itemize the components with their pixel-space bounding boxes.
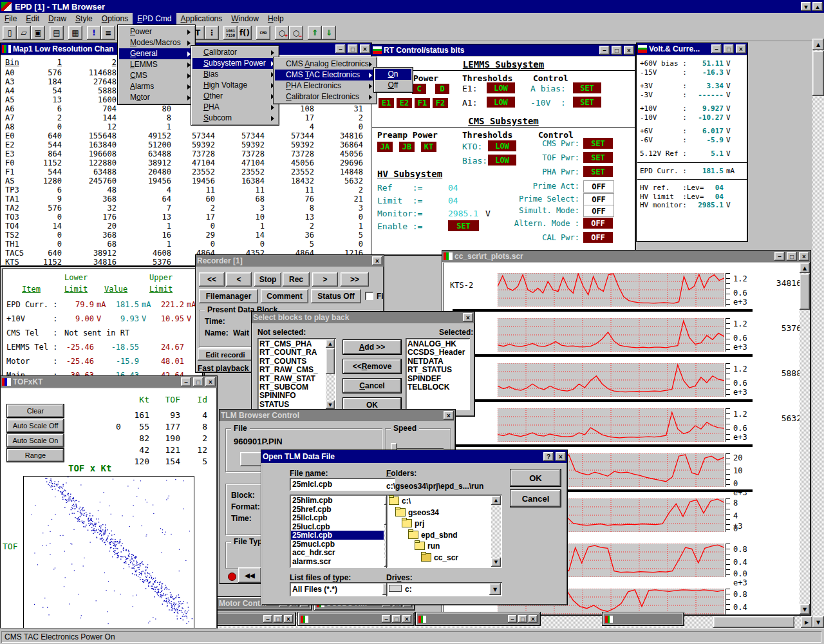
hv-enable-badge[interactable]: SET [448,220,479,231]
comment-button[interactable]: Comment [261,289,308,303]
menu-options[interactable]: Options [97,13,133,24]
ok-button[interactable]: OK [510,469,561,487]
menu-item-on[interactable]: On [375,69,411,80]
recorder-close-button[interactable]: × [372,256,382,265]
list-item[interactable]: TELBLOCK [407,383,449,392]
file-list-item[interactable]: 25href.cpb [291,505,384,514]
menu-item-off[interactable]: Off [375,80,411,91]
menu-item-pha[interactable]: PHA [192,102,277,113]
status-off-button[interactable]: Status Off [311,289,361,303]
control-set-badge[interactable]: SET [573,97,601,108]
menu-style[interactable]: Style [71,13,97,24]
maximize-button[interactable]: ▴ [812,2,823,11]
scroll-down-arrow[interactable]: ▼ [800,604,810,614]
list-item[interactable]: RT_CMS_PHA [259,339,312,348]
list-icon[interactable]: ≡ [101,26,115,40]
file-list-item[interactable]: 25lucl.cpb [291,522,384,531]
select-blocks-close-button[interactable]: × [463,313,473,322]
menu-item-subsystem-power[interactable]: Subsystem Power [192,58,277,69]
rt-titlebar[interactable]: RT Control/status bits – □ × [371,44,635,56]
transport-rew-button[interactable]: << [199,272,225,287]
folder-tree-item[interactable]: c:\ [389,497,411,506]
menu-item-calibrator[interactable]: Calibrator [192,47,277,58]
cancel-button[interactable]: Cancel [510,489,561,507]
recorder-titlebar[interactable]: Recorder [1] × [196,255,384,267]
preamp-badge[interactable]: JB [399,142,415,152]
list-item[interactable]: RT_RAW_CMS_ [259,365,318,374]
file-list-item[interactable]: 25llcl.cpb [291,513,384,522]
folder-tree-item[interactable]: cc_scr [421,553,458,562]
zoom-out-icon[interactable]: ○− [289,26,303,40]
numbers-icon[interactable]: 1061 7150 [223,26,238,40]
file-name-input[interactable]: 25mlcl.cpb [290,478,395,491]
file-list-item[interactable]: 25hlim.cpb [291,496,384,505]
tofxkt-titlebar[interactable]: TOFxKT – □ × [1,376,217,388]
rt-close-button[interactable]: × [624,46,634,55]
control-value[interactable]: SET [583,138,613,149]
rt-minimize-button[interactable]: – [599,46,610,55]
transport-fwd-button[interactable]: > [312,272,338,287]
cancel-button[interactable]: Cancel [342,378,402,393]
file-list-item[interactable]: 25mucl.cpb [291,540,384,549]
menu-applications[interactable]: Applications [176,13,227,24]
minimize-button[interactable]: – [263,615,272,623]
list-item[interactable]: RT_RAW_STAT [259,374,315,383]
drives-dropdown[interactable]: c:▼ [386,582,502,596]
file-list-item[interactable]: alarms.scr [291,557,384,566]
map1-minimize-button[interactable]: – [335,44,346,53]
selected-list[interactable]: ANALOG_HKCCSDS_HeaderNETDATART_STATUSSPI… [406,338,470,410]
list-item[interactable]: SPININFO [259,391,296,400]
control-value[interactable]: OFF [583,232,613,243]
menu-window[interactable]: Window [227,13,263,24]
new-file-icon[interactable]: ▯ [3,26,17,40]
close-button[interactable]: × [529,615,538,623]
menu-item-calibrator-electronics[interactable]: Calibrator Electronics [275,91,375,102]
minimized-window-bar[interactable]: –□× [216,612,296,626]
plots-titlebar[interactable]: cc_scr\rt_plots.scr – □ × [442,251,810,262]
menu-item-bias[interactable]: Bias [192,69,277,80]
scroll-up-arrow[interactable]: ▲ [326,339,335,348]
list-item[interactable]: ANALOG_HK [407,339,456,348]
volt-minimize-button[interactable]: – [711,44,722,53]
alert-icon[interactable]: ! [87,26,101,40]
threshold-value-badge[interactable]: LOW [487,97,515,108]
menu-item-cms-analog-electronics[interactable]: CMS Analog Electronics [275,59,375,70]
list-item[interactable]: RT_STATUS [407,365,452,374]
list-item[interactable]: CCSDS_Header [407,348,465,357]
list-item[interactable]: RT_COUNT_RA [259,348,317,357]
transport-stop-button[interactable]: Stop [254,272,281,287]
power-badge[interactable]: E2 [397,98,412,108]
menu-item-other[interactable]: Other [192,91,277,102]
function-icon[interactable]: f() [238,26,252,40]
menu-item-alarms[interactable]: Alarms [119,81,194,92]
not-selected-list[interactable]: RT_CMS_PHART_COUNT_RART_COUNTSRT_RAW_CMS… [258,338,336,410]
folder-tree-item[interactable]: run [415,542,440,551]
minimize-button[interactable]: – [382,615,391,623]
minimized-window-bar[interactable]: –□× [297,612,415,626]
power-badge[interactable]: F2 [433,98,448,108]
menu-item-motor[interactable]: Motor [119,92,194,103]
threshold-value-badge[interactable]: LOW [487,82,515,93]
file-list[interactable]: 25hlim.cpb25href.cpb25llcl.cpb25lucl.cpb… [290,495,395,568]
tlm-titlebar[interactable]: TLM Browser Control × [220,410,455,421]
scroll-down-arrow[interactable]: ▼ [326,401,335,409]
tofxkt-close-button[interactable]: × [205,377,216,386]
map1-close-button[interactable]: × [360,44,370,53]
plots-minimize-button[interactable]: – [774,252,785,261]
control-value[interactable]: SET [583,152,613,163]
menu-file[interactable]: File [0,13,21,24]
volt-close-button[interactable]: × [736,44,746,53]
plots-close-button[interactable]: × [799,252,809,261]
folder-tree-item[interactable]: epd_sbnd [408,531,458,540]
minimized-window-bar[interactable] [602,612,684,626]
list-item[interactable]: SPINDEF [407,374,441,383]
power-badge[interactable]: F1 [415,98,430,108]
preamp-badge[interactable]: JA [377,142,393,152]
maximize-button[interactable]: □ [274,615,283,623]
select-blocks-titlebar[interactable]: Select blocks to play back × [252,312,474,323]
up-arrow-icon[interactable]: ⇑ [308,26,322,40]
range-button[interactable]: Range [6,448,64,462]
menu-item-pha-electronics[interactable]: PHA Electronics [275,80,375,91]
auto-scale-on-button[interactable]: Auto Scale On [6,433,64,448]
folder-tree-item[interactable]: prj [402,519,424,528]
